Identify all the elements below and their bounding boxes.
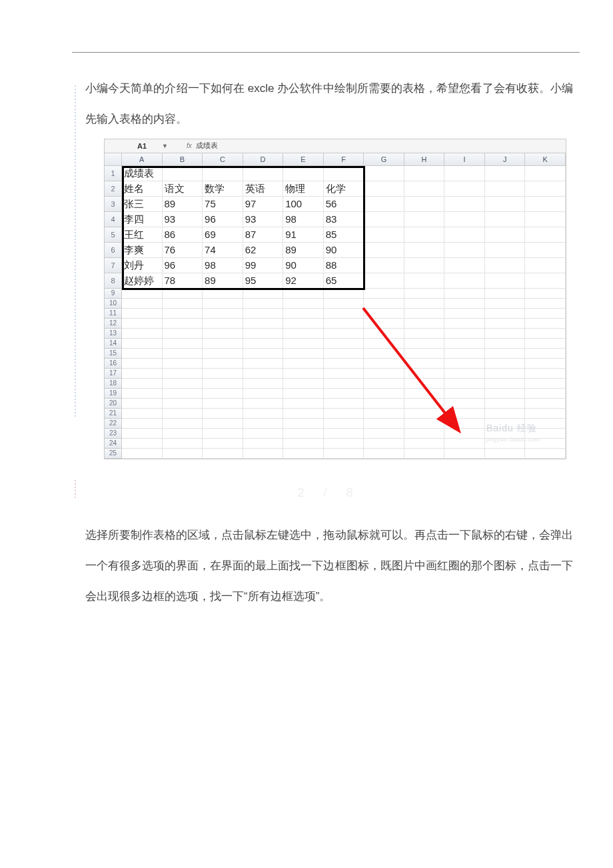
cell[interactable]	[485, 359, 526, 369]
row-header[interactable]: 19	[105, 389, 122, 399]
row-header[interactable]: 1	[105, 166, 122, 181]
cell[interactable]	[404, 309, 445, 319]
cell[interactable]	[404, 319, 445, 329]
cell[interactable]	[444, 212, 485, 227]
row-header[interactable]: 4	[105, 212, 122, 227]
cell[interactable]	[324, 166, 364, 181]
cell[interactable]	[163, 349, 203, 359]
cell[interactable]	[203, 439, 243, 449]
cell[interactable]	[243, 299, 284, 309]
cell[interactable]	[404, 429, 445, 439]
cell[interactable]	[324, 289, 364, 299]
cell[interactable]	[203, 319, 243, 329]
cell[interactable]: 83	[324, 212, 364, 227]
cell[interactable]	[243, 359, 284, 369]
cell[interactable]	[283, 369, 324, 379]
row-header[interactable]: 8	[105, 273, 122, 289]
column-header[interactable]: C	[203, 153, 243, 166]
cell[interactable]	[122, 319, 163, 329]
cell[interactable]	[122, 299, 163, 309]
cell[interactable]	[485, 181, 526, 197]
name-box-dropdown-icon[interactable]: ▼	[161, 143, 169, 149]
cell[interactable]	[444, 349, 485, 359]
cell[interactable]	[485, 389, 526, 399]
cell[interactable]	[525, 289, 566, 299]
cell[interactable]	[485, 299, 526, 309]
cell[interactable]	[485, 289, 526, 299]
cell[interactable]	[404, 449, 445, 459]
cell[interactable]	[163, 429, 203, 439]
cell[interactable]	[163, 339, 203, 349]
cell[interactable]	[444, 429, 485, 439]
cell[interactable]	[404, 299, 445, 309]
cell[interactable]	[485, 379, 526, 389]
cell[interactable]	[525, 409, 566, 419]
cell[interactable]	[444, 329, 485, 339]
cell[interactable]	[444, 197, 485, 212]
cell[interactable]	[525, 399, 566, 409]
cell[interactable]: 90	[283, 258, 324, 273]
cell[interactable]	[203, 389, 243, 399]
column-header[interactable]: E	[283, 153, 324, 166]
cell[interactable]	[444, 289, 485, 299]
cell[interactable]	[364, 439, 404, 449]
cell[interactable]	[404, 166, 445, 181]
cell[interactable]	[525, 339, 566, 349]
cell[interactable]	[122, 379, 163, 389]
cell[interactable]	[444, 409, 485, 419]
cell[interactable]	[525, 181, 566, 197]
cell[interactable]	[525, 309, 566, 319]
cell[interactable]	[404, 339, 445, 349]
cell[interactable]	[525, 319, 566, 329]
cell[interactable]	[525, 197, 566, 212]
cell[interactable]	[283, 339, 324, 349]
cell[interactable]	[404, 369, 445, 379]
formula-bar-value[interactable]: 成绩表	[196, 141, 218, 151]
cell[interactable]	[243, 369, 284, 379]
cell[interactable]	[485, 166, 526, 181]
cell[interactable]	[404, 359, 445, 369]
cell[interactable]	[364, 289, 404, 299]
cell[interactable]	[364, 379, 404, 389]
column-header[interactable]: J	[485, 153, 526, 166]
cell[interactable]	[324, 449, 364, 459]
cell[interactable]	[485, 273, 526, 289]
cell[interactable]	[163, 309, 203, 319]
cell[interactable]	[324, 329, 364, 339]
cell[interactable]	[324, 419, 364, 429]
cell[interactable]	[163, 319, 203, 329]
cell[interactable]	[444, 449, 485, 459]
cell[interactable]: 76	[163, 243, 203, 258]
cell[interactable]	[525, 449, 566, 459]
cell[interactable]	[364, 243, 404, 258]
cell[interactable]	[122, 339, 163, 349]
cell[interactable]	[444, 227, 485, 243]
cell[interactable]	[404, 289, 445, 299]
cell[interactable]	[203, 309, 243, 319]
cell[interactable]	[324, 429, 364, 439]
cell[interactable]	[122, 359, 163, 369]
cell[interactable]	[122, 449, 163, 459]
cell[interactable]	[203, 166, 243, 181]
cell[interactable]	[364, 429, 404, 439]
cell[interactable]	[122, 399, 163, 409]
cell[interactable]	[243, 166, 284, 181]
cell[interactable]	[364, 319, 404, 329]
cell[interactable]	[283, 309, 324, 319]
cell[interactable]	[122, 389, 163, 399]
cell[interactable]	[525, 369, 566, 379]
cell[interactable]: 78	[163, 273, 203, 289]
cell[interactable]	[122, 309, 163, 319]
cell[interactable]	[404, 243, 445, 258]
cell[interactable]	[444, 166, 485, 181]
cell[interactable]	[485, 197, 526, 212]
cell[interactable]	[203, 369, 243, 379]
cell[interactable]: 物理	[283, 181, 324, 197]
cell[interactable]	[122, 439, 163, 449]
cell[interactable]	[525, 379, 566, 389]
cell[interactable]: 86	[163, 227, 203, 243]
cell[interactable]	[485, 369, 526, 379]
column-header[interactable]: D	[243, 153, 284, 166]
cell[interactable]	[525, 258, 566, 273]
cell[interactable]	[485, 227, 526, 243]
